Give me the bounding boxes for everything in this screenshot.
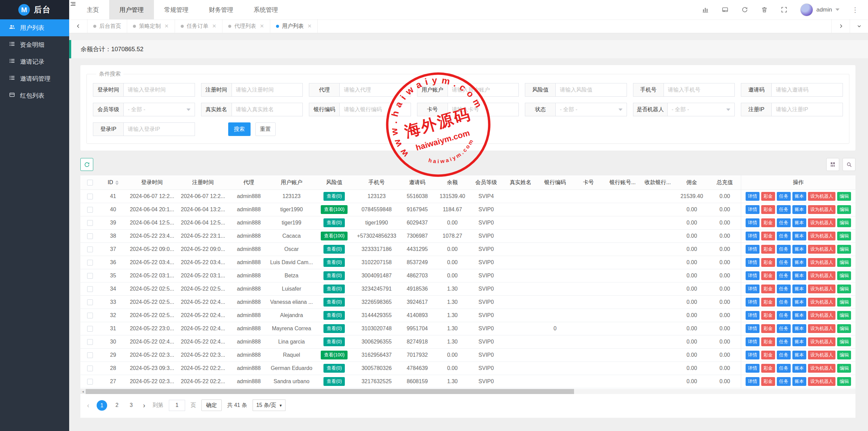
row-checkbox[interactable] (87, 379, 93, 385)
column-header[interactable]: 收款银行... (640, 175, 675, 190)
scrollbar-thumb[interactable] (86, 389, 574, 394)
risk-view-badge[interactable]: 查看(0) (323, 271, 345, 280)
column-header[interactable]: 余额 (436, 175, 469, 190)
action-blue-button[interactable]: 任务 (777, 205, 791, 214)
select-all-checkbox[interactable] (87, 180, 93, 185)
action-blue-button[interactable]: 任务 (777, 218, 791, 227)
risk-view-badge[interactable]: 查看(100) (321, 205, 348, 214)
row-checkbox[interactable] (87, 260, 93, 266)
action-blue-button[interactable]: 详情 (746, 205, 760, 214)
risk-view-badge[interactable]: 查看(0) (323, 364, 345, 373)
column-header[interactable]: 邀请码 (399, 175, 436, 190)
action-blue-button[interactable]: 详情 (746, 311, 760, 320)
action-red-button[interactable]: 彩金 (761, 377, 775, 386)
topnav-item[interactable]: 主页 (77, 0, 109, 19)
risk-view-badge[interactable]: 查看(0) (323, 245, 345, 254)
action-blue-button[interactable]: 任务 (777, 311, 791, 320)
topnav-item[interactable]: 系统管理 (243, 0, 288, 19)
field-input[interactable]: 请输入代理 (339, 83, 411, 97)
row-checkbox[interactable] (87, 352, 93, 358)
row-checkbox[interactable] (87, 273, 93, 279)
action-blue-button[interactable]: 详情 (746, 218, 760, 227)
action-blue-button[interactable]: 详情 (746, 298, 760, 307)
reset-button[interactable]: 重置 (255, 122, 276, 136)
field-select[interactable]: - 全部 - (667, 103, 735, 116)
field-input[interactable]: 请输入登录时间 (123, 83, 195, 97)
row-checkbox[interactable] (87, 286, 93, 292)
action-blue-button[interactable]: 详情 (746, 271, 760, 280)
sidebar-item[interactable]: 邀请码管理 (0, 70, 69, 87)
action-blue-button[interactable]: 账本 (792, 311, 806, 320)
field-input[interactable]: 请输入用户账户 (448, 83, 519, 97)
billing-icon[interactable] (722, 6, 729, 14)
action-red-button[interactable]: 设为机器人 (808, 337, 836, 346)
column-header[interactable]: 会员等级 (469, 175, 504, 190)
field-input[interactable]: 请输入注册IP (771, 103, 843, 116)
row-checkbox[interactable] (87, 326, 93, 332)
action-green-button[interactable]: 编辑 (837, 324, 851, 333)
action-red-button[interactable]: 彩金 (761, 311, 775, 320)
tab-item[interactable]: 任务订单✕ (175, 19, 223, 33)
action-blue-button[interactable]: 账本 (792, 364, 806, 373)
fullscreen-icon[interactable] (781, 6, 788, 14)
action-red-button[interactable]: 彩金 (761, 218, 775, 227)
column-header[interactable]: 风险值 (314, 175, 355, 190)
page-number[interactable]: 3 (127, 402, 136, 408)
more-menu-icon[interactable]: ⋮ (852, 6, 859, 14)
action-red-button[interactable]: 设为机器人 (808, 298, 836, 307)
action-green-button[interactable]: 编辑 (837, 311, 851, 320)
field-input[interactable]: 请输入卡号 (448, 103, 519, 116)
action-blue-button[interactable]: 账本 (792, 271, 806, 280)
action-green-button[interactable]: 编辑 (837, 337, 851, 346)
sidebar-item[interactable]: 红包列表 (0, 87, 69, 104)
column-header[interactable]: 登录时间 (126, 175, 177, 190)
action-green-button[interactable]: 编辑 (837, 232, 851, 240)
goto-page-input[interactable]: 1 (169, 400, 185, 411)
action-green-button[interactable]: 编辑 (837, 364, 851, 373)
page-prev-icon[interactable]: ‹ (85, 401, 91, 409)
column-header[interactable]: 操作 (741, 175, 855, 190)
action-blue-button[interactable]: 任务 (777, 324, 791, 333)
action-green-button[interactable]: 编辑 (837, 218, 851, 227)
action-blue-button[interactable]: 账本 (792, 351, 806, 359)
topnav-item[interactable]: 常规管理 (154, 0, 199, 19)
action-blue-button[interactable]: 详情 (746, 192, 760, 201)
column-header[interactable]: 用户账户 (269, 175, 314, 190)
tab-item[interactable]: 后台首页 (87, 19, 127, 33)
risk-view-badge[interactable]: 查看(100) (321, 351, 348, 359)
action-red-button[interactable]: 彩金 (761, 245, 775, 254)
action-blue-button[interactable]: 任务 (777, 192, 791, 201)
tab-close-icon[interactable]: ✕ (308, 23, 312, 29)
action-red-button[interactable]: 彩金 (761, 337, 775, 346)
column-header[interactable]: 注册时间 (177, 175, 228, 190)
action-blue-button[interactable]: 任务 (777, 232, 791, 240)
column-header[interactable]: 银行账号... (605, 175, 640, 190)
action-red-button[interactable]: 彩金 (761, 364, 775, 373)
action-blue-button[interactable]: 详情 (746, 232, 760, 240)
page-number[interactable]: 1 (97, 400, 107, 411)
action-blue-button[interactable]: 账本 (792, 324, 806, 333)
search-button[interactable]: 搜索 (228, 122, 251, 136)
action-blue-button[interactable]: 详情 (746, 337, 760, 346)
action-red-button[interactable]: 设为机器人 (808, 192, 836, 201)
tabs-menu-icon[interactable] (850, 19, 868, 33)
action-blue-button[interactable]: 任务 (777, 377, 791, 386)
action-blue-button[interactable]: 任务 (777, 298, 791, 307)
risk-view-badge[interactable]: 查看(0) (323, 298, 345, 307)
topnav-item[interactable]: 用户管理 (109, 0, 154, 19)
field-input[interactable]: 请输入注册时间 (232, 83, 303, 97)
action-green-button[interactable]: 编辑 (837, 258, 851, 267)
refresh-table-button[interactable] (80, 158, 93, 171)
field-input[interactable]: 请输入风险值 (555, 83, 627, 97)
row-checkbox[interactable] (87, 339, 93, 345)
column-header[interactable]: 银行编码 (538, 175, 572, 190)
action-red-button[interactable]: 设为机器人 (808, 205, 836, 214)
action-blue-button[interactable]: 详情 (746, 324, 760, 333)
action-red-button[interactable]: 彩金 (761, 298, 775, 307)
row-checkbox[interactable] (87, 313, 93, 318)
action-blue-button[interactable]: 账本 (792, 285, 806, 293)
action-blue-button[interactable]: 任务 (777, 285, 791, 293)
row-checkbox[interactable] (87, 220, 93, 226)
page-number[interactable]: 2 (113, 402, 121, 408)
action-red-button[interactable]: 彩金 (761, 285, 775, 293)
